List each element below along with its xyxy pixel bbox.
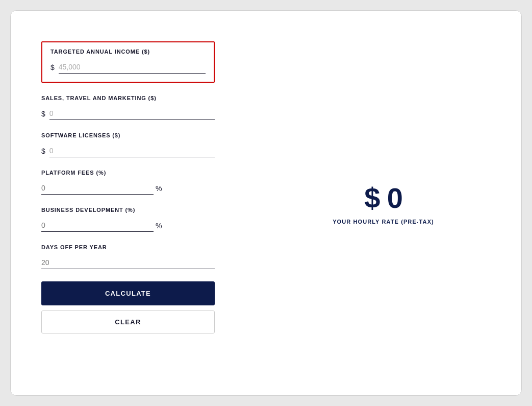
business-development-label: BUSINESS DEVELOPMENT (%) bbox=[41, 207, 215, 213]
days-off-input[interactable] bbox=[41, 256, 215, 269]
sales-travel-marketing-currency: $ bbox=[41, 110, 45, 118]
platform-fees-percent-symbol: % bbox=[156, 184, 162, 193]
business-development-group: BUSINESS DEVELOPMENT (%) % bbox=[41, 207, 215, 232]
targeted-annual-income-currency: $ bbox=[50, 63, 55, 71]
sales-travel-marketing-input[interactable] bbox=[49, 107, 215, 120]
software-licenses-label: SOFTWARE LICENSES ($) bbox=[41, 132, 215, 138]
platform-fees-input-row: % bbox=[41, 182, 215, 195]
targeted-annual-income-input-row: $ bbox=[50, 61, 206, 74]
calculate-button[interactable]: CALCULATE bbox=[41, 281, 215, 305]
platform-fees-group: PLATFORM FEES (%) % bbox=[41, 170, 215, 195]
left-panel: TARGETED ANNUAL INCOME ($) $ SALES, TRAV… bbox=[11, 31, 245, 375]
days-off-label: DAYS OFF PER YEAR bbox=[41, 244, 215, 250]
days-off-group: DAYS OFF PER YEAR bbox=[41, 244, 215, 269]
business-development-percent-symbol: % bbox=[156, 222, 162, 230]
targeted-annual-income-group: TARGETED ANNUAL INCOME ($) $ bbox=[41, 41, 215, 83]
sales-travel-marketing-group: SALES, TRAVEL AND MARKETING ($) $ bbox=[41, 95, 215, 120]
sales-travel-marketing-input-row: $ bbox=[41, 107, 215, 120]
calculator-card: TARGETED ANNUAL INCOME ($) $ SALES, TRAV… bbox=[10, 10, 522, 396]
software-licenses-group: SOFTWARE LICENSES ($) $ bbox=[41, 132, 215, 157]
result-amount: $ 0 bbox=[364, 181, 402, 214]
platform-fees-input[interactable] bbox=[41, 182, 154, 195]
business-development-input[interactable] bbox=[41, 219, 154, 232]
targeted-annual-income-input[interactable] bbox=[59, 61, 206, 74]
software-licenses-currency: $ bbox=[41, 147, 45, 155]
clear-button[interactable]: CLEAR bbox=[41, 311, 215, 333]
software-licenses-input-row: $ bbox=[41, 145, 215, 157]
business-development-input-row: % bbox=[41, 219, 215, 232]
software-licenses-input[interactable] bbox=[49, 145, 215, 157]
platform-fees-label: PLATFORM FEES (%) bbox=[41, 170, 215, 176]
targeted-annual-income-label: TARGETED ANNUAL INCOME ($) bbox=[50, 49, 206, 55]
sales-travel-marketing-label: SALES, TRAVEL AND MARKETING ($) bbox=[41, 95, 215, 101]
right-panel: $ 0 YOUR HOURLY RATE (PRE-TAX) bbox=[245, 31, 521, 375]
result-label: YOUR HOURLY RATE (PRE-TAX) bbox=[333, 219, 434, 225]
